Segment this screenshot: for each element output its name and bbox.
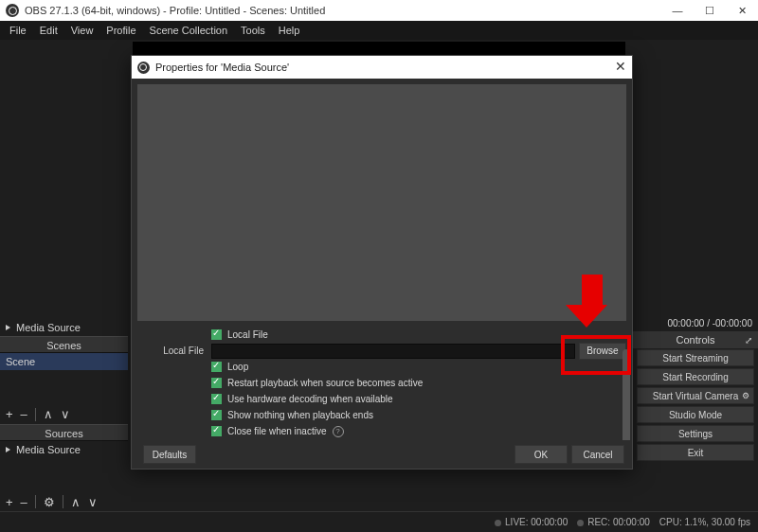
source-down-button[interactable]: ∨ — [88, 495, 98, 509]
window-titlebar: OBS 27.1.3 (64-bit, windows) - Profile: … — [0, 0, 758, 21]
source-up-button[interactable]: ∧ — [71, 495, 81, 509]
menu-view[interactable]: View — [65, 23, 99, 38]
start-streaming-button[interactable]: Start Streaming — [637, 349, 754, 366]
add-source-button[interactable]: + — [6, 495, 13, 509]
annotation-highlight-box — [561, 335, 631, 375]
expand-icon — [6, 325, 10, 330]
loop-label: Loop — [227, 362, 248, 372]
settings-button[interactable]: Settings — [637, 425, 754, 442]
hw-decode-label: Use hardware decoding when available — [227, 394, 393, 404]
restart-label: Restart playback when source becomes act… — [227, 378, 423, 388]
time-display: 00:00:00 / -00:00:00 — [633, 314, 758, 331]
scenes-toolbar: + – ∧ ∨ — [0, 405, 128, 424]
window-title: OBS 27.1.3 (64-bit, windows) - Profile: … — [25, 5, 325, 16]
status-rec: REC: 00:00:00 — [577, 517, 650, 527]
dialog-titlebar: Properties for 'Media Source' ✕ — [132, 56, 632, 79]
ok-button[interactable]: OK — [514, 445, 568, 464]
window-maximize-button[interactable]: ☐ — [694, 0, 726, 21]
show-nothing-label: Show nothing when playback ends — [227, 410, 373, 420]
start-recording-button[interactable]: Start Recording — [637, 368, 754, 385]
cancel-button[interactable]: Cancel — [571, 445, 624, 464]
close-inactive-label: Close file when inactive — [227, 426, 327, 436]
annotation-arrow-icon — [576, 275, 607, 328]
controls-header: Controls ⤢ — [633, 331, 758, 348]
menu-bar: File Edit View Profile Scene Collection … — [0, 21, 758, 40]
left-column: Media Source Scenes Scene + – ∧ ∨ Source… — [0, 319, 128, 511]
menu-profile[interactable]: Profile — [100, 23, 141, 38]
dialog-title: Properties for 'Media Source' — [155, 62, 289, 73]
menu-help[interactable]: Help — [273, 23, 306, 38]
dialog-close-button[interactable]: ✕ — [615, 59, 626, 74]
remove-source-button[interactable]: – — [21, 495, 27, 509]
menu-file[interactable]: File — [4, 23, 32, 38]
source-gear-button[interactable]: ⚙ — [44, 495, 55, 509]
defaults-button[interactable]: Defaults — [143, 445, 196, 464]
studio-mode-button[interactable]: Studio Mode — [637, 406, 754, 423]
scene-selected[interactable]: Scene — [0, 353, 128, 370]
help-icon[interactable]: ? — [333, 426, 344, 437]
source-item[interactable]: Media Source — [0, 441, 128, 458]
local-file-chk-label: Local File — [227, 329, 268, 340]
status-live: LIVE: 00:00:00 — [495, 517, 568, 527]
separator-icon — [35, 408, 36, 421]
window-minimize-button[interactable]: — — [661, 0, 694, 21]
sources-header: Sources — [0, 424, 128, 441]
menu-edit[interactable]: Edit — [34, 23, 63, 38]
source-item-label: Media Source — [16, 444, 81, 455]
scene-name: Scene — [6, 356, 35, 367]
status-cpu: CPU: 1.1%, 30.00 fps — [659, 517, 750, 527]
dialog-preview — [137, 84, 626, 321]
scene-down-button[interactable]: ∨ — [61, 407, 70, 421]
right-column: 00:00:00 / -00:00:00 Controls ⤢ Start St… — [633, 314, 758, 511]
obs-logo-icon — [137, 62, 150, 74]
hw-decode-checkbox[interactable] — [211, 394, 222, 404]
local-file-input[interactable] — [211, 344, 575, 359]
separator-icon — [63, 495, 63, 508]
scene-item[interactable]: Media Source — [0, 319, 128, 336]
menu-tools[interactable]: Tools — [235, 23, 271, 38]
restart-checkbox[interactable] — [211, 378, 222, 388]
exit-button[interactable]: Exit — [637, 444, 754, 461]
obs-logo-icon — [6, 4, 19, 17]
scene-up-button[interactable]: ∧ — [44, 407, 53, 421]
dialog-footer: Defaults OK Cancel — [132, 440, 632, 469]
expand-icon[interactable]: ⤢ — [745, 335, 752, 346]
dialog-form: Local File Local File Browse Loop Restar… — [137, 327, 626, 458]
remove-scene-button[interactable]: – — [21, 407, 27, 421]
menu-scene-collection[interactable]: Scene Collection — [144, 23, 234, 38]
status-bar: LIVE: 00:00:00 REC: 00:00:00 CPU: 1.1%, … — [0, 511, 758, 532]
controls-header-label: Controls — [677, 334, 715, 346]
show-nothing-checkbox[interactable] — [211, 410, 222, 420]
properties-dialog: Properties for 'Media Source' ✕ Local Fi… — [131, 55, 633, 470]
start-virtual-camera-button[interactable]: Start Virtual Camera — [637, 387, 754, 404]
close-inactive-checkbox[interactable] — [211, 426, 222, 436]
loop-checkbox[interactable] — [211, 362, 222, 372]
add-scene-button[interactable]: + — [6, 407, 13, 421]
local-file-checkbox[interactable] — [211, 329, 222, 340]
scenes-header: Scenes — [0, 336, 128, 353]
expand-icon — [6, 447, 10, 452]
dialog-body: Local File Local File Browse Loop Restar… — [132, 79, 632, 440]
scene-item-label: Media Source — [16, 322, 81, 333]
sources-toolbar: + – ⚙ ∧ ∨ — [0, 492, 128, 511]
window-close-button[interactable]: ✕ — [726, 0, 758, 21]
separator-icon — [35, 495, 36, 508]
local-file-label: Local File — [137, 346, 211, 356]
